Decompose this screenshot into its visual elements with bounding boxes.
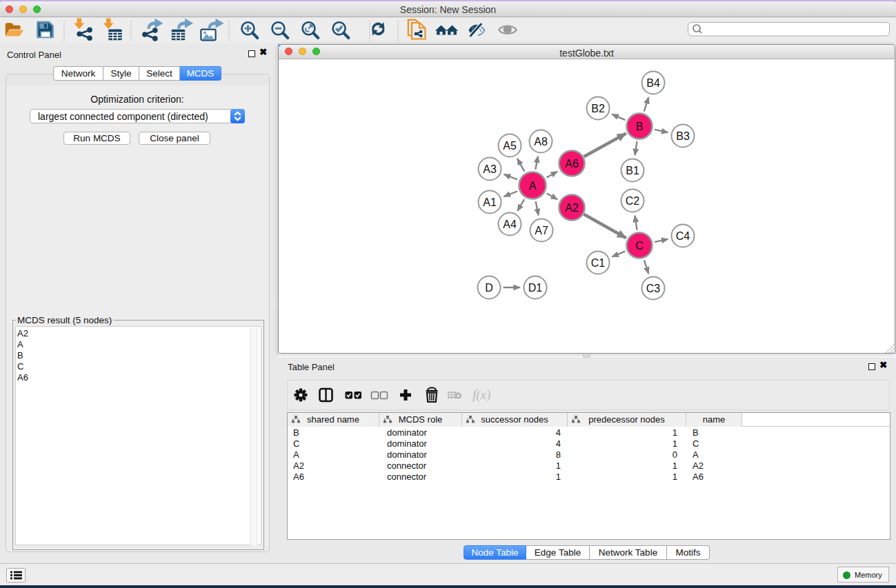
svg-text:B3: B3 [676,130,690,142]
svg-text:C2: C2 [626,195,640,207]
svg-text:A1: A1 [483,196,497,208]
svg-text:f(x): f(x) [472,387,490,403]
svg-text:A3: A3 [483,163,497,175]
svg-text:B: B [636,121,644,132]
svg-text:A5: A5 [503,140,517,152]
svg-text:B1: B1 [626,165,639,176]
svg-text:B2: B2 [591,103,605,114]
svg-text:A4: A4 [503,219,517,230]
svg-text:A8: A8 [534,136,548,148]
svg-text:C1: C1 [591,257,606,269]
svg-text:A2: A2 [565,202,579,214]
svg-text:A7: A7 [535,225,548,236]
svg-text:C: C [635,240,644,252]
svg-text:C4: C4 [676,230,690,242]
svg-text:C3: C3 [646,283,661,294]
svg-text:A6: A6 [565,158,579,170]
svg-text:A: A [529,180,537,192]
svg-text:D: D [485,282,493,294]
svg-text:D1: D1 [528,282,543,294]
svg-text:B4: B4 [646,77,660,89]
